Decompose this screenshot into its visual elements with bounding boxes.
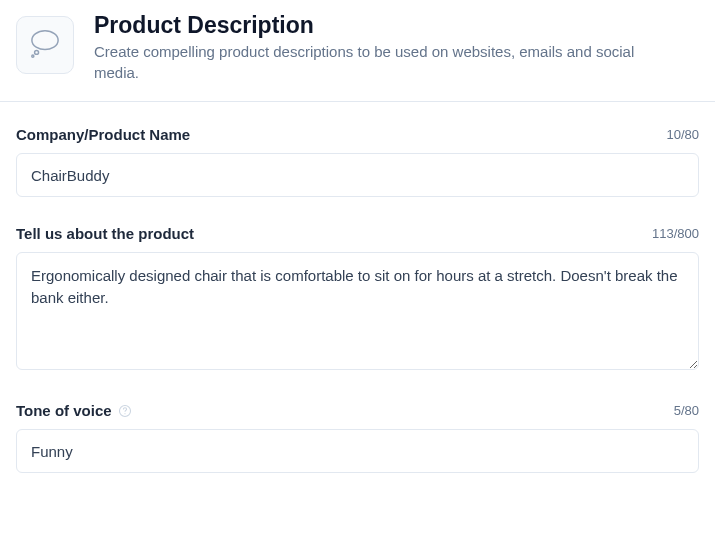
tone-counter: 5/80 [674,403,699,418]
template-header: Product Description Create compelling pr… [0,0,715,102]
product-name-input[interactable] [16,153,699,197]
page-title: Product Description [94,12,654,39]
field-product-name: Company/Product Name 10/80 [16,126,699,197]
svg-point-3 [124,413,125,414]
about-label: Tell us about the product [16,225,194,242]
product-name-counter: 10/80 [666,127,699,142]
about-counter: 113/800 [652,226,699,241]
product-name-label: Company/Product Name [16,126,190,143]
thought-bubble-icon [28,28,62,62]
tone-label-text: Tone of voice [16,402,112,419]
field-tone: Tone of voice 5/80 [16,402,699,473]
svg-point-0 [35,50,39,54]
page-subtitle: Create compelling product descriptions t… [94,41,654,83]
help-icon[interactable] [118,404,132,418]
tone-label: Tone of voice [16,402,132,419]
form: Company/Product Name 10/80 Tell us about… [0,102,715,511]
field-about: Tell us about the product 113/800 [16,225,699,374]
svg-point-1 [32,55,34,57]
template-icon-tile [16,16,74,74]
tone-input[interactable] [16,429,699,473]
about-textarea[interactable] [16,252,699,370]
